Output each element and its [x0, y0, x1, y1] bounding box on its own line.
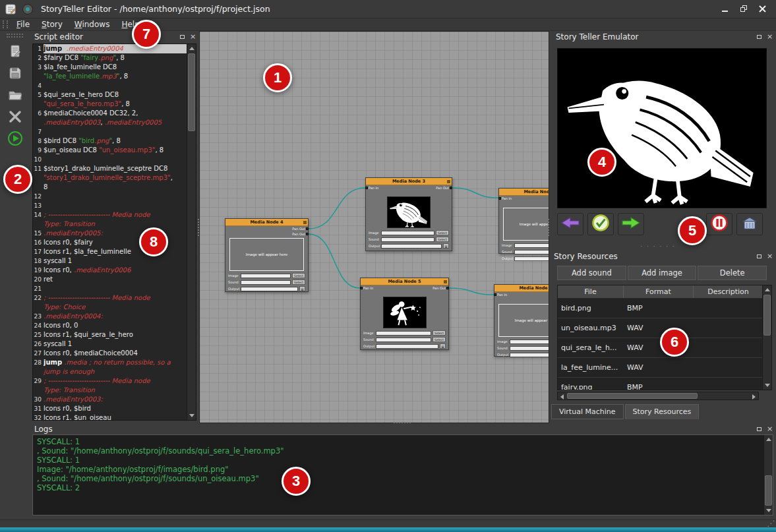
scroll-up-icon[interactable]	[187, 44, 196, 53]
node-title[interactable]: Media Node 2	[499, 189, 549, 196]
scroll-up-icon[interactable]	[764, 435, 773, 444]
media-node[interactable]: Media Node 2Pan InImage will appear here…	[498, 188, 549, 254]
output-port[interactable]: Pan Out	[436, 186, 449, 191]
delete-button[interactable]: Delete	[698, 266, 767, 280]
save-button[interactable]	[5, 65, 26, 84]
table-row[interactable]: bird.pngBMP	[558, 299, 763, 318]
node-output-input[interactable]	[510, 353, 549, 357]
splitter-handle[interactable]: · · · · · ·	[549, 243, 767, 250]
minimize-button[interactable]	[718, 3, 732, 15]
node-title[interactable]: Media Node 3	[366, 178, 452, 185]
table-row[interactable]: la_fee_lumine...WAV	[558, 358, 763, 378]
resize-grip[interactable]: ⋰	[767, 519, 775, 528]
select-button[interactable]: Select	[433, 337, 446, 342]
scroll-right-icon[interactable]	[750, 392, 758, 401]
home-button[interactable]	[736, 213, 763, 235]
open-button[interactable]	[5, 86, 26, 106]
scroll-down-icon[interactable]	[763, 381, 771, 390]
node-sound-input[interactable]	[376, 338, 431, 342]
tab-story-resources[interactable]: Story Resources	[625, 404, 700, 419]
scroll-left-icon[interactable]	[558, 392, 566, 401]
table-hscrollbar[interactable]	[557, 392, 759, 400]
column-header-file[interactable]: File	[558, 285, 624, 298]
scroll-up-icon[interactable]	[763, 285, 771, 294]
scrollbar-thumb[interactable]	[188, 53, 195, 131]
node-graph-canvas[interactable]: Media Node 4Pan OutPan OutImage will app…	[199, 31, 549, 423]
node-output-input[interactable]	[514, 256, 549, 261]
menu-windows[interactable]: Windows	[69, 19, 116, 30]
pause-button[interactable]	[706, 213, 732, 235]
logs-scrollbar[interactable]	[763, 435, 773, 515]
close-icon[interactable]: ×	[766, 33, 773, 40]
select-button[interactable]: Select	[436, 230, 449, 235]
node-sound-input[interactable]	[381, 237, 434, 242]
splitter-handle[interactable]	[198, 219, 200, 236]
select-button[interactable]: Select	[292, 280, 305, 285]
node-collapse-icon[interactable]	[447, 180, 450, 183]
node-title[interactable]: Media Node 6	[494, 285, 549, 292]
node-sound-input[interactable]	[241, 280, 291, 285]
close-icon[interactable]: ×	[189, 33, 196, 40]
media-node[interactable]: Media Node 6Pan InImage will appear here…	[494, 284, 549, 357]
output-port[interactable]: Pan Out	[433, 286, 446, 291]
media-node[interactable]: Media Node 4Pan OutPan OutImage will app…	[225, 218, 309, 292]
new-script-button[interactable]	[5, 43, 26, 63]
code-editor[interactable]: 1jump .mediaEntry00042$fairy DC8 "fairy.…	[32, 44, 196, 421]
table-row[interactable]: fairy.pngBMP	[558, 378, 763, 390]
node-collapse-icon[interactable]	[303, 221, 307, 224]
list-icon[interactable]: ≡	[440, 343, 446, 349]
back-button[interactable]	[557, 213, 583, 235]
float-icon[interactable]	[756, 252, 763, 260]
menu-story[interactable]: Story	[36, 19, 69, 30]
script-scrollbar[interactable]	[187, 44, 196, 420]
node-sound-input[interactable]	[510, 346, 549, 351]
menu-file[interactable]: File	[11, 19, 36, 30]
float-icon[interactable]	[756, 425, 763, 432]
node-image-input[interactable]	[514, 243, 549, 248]
list-icon[interactable]: ≡	[299, 286, 305, 291]
output-port[interactable]: Pan Out	[292, 227, 305, 231]
input-port[interactable]: Pan In	[363, 286, 373, 291]
close-icon[interactable]: ×	[766, 252, 773, 260]
node-output-input[interactable]	[376, 344, 438, 349]
scroll-down-icon[interactable]	[187, 411, 196, 420]
toolbar-handle[interactable]	[7, 34, 23, 38]
input-port[interactable]: Pan In	[502, 196, 512, 201]
table-scrollbar[interactable]	[762, 285, 771, 390]
input-port[interactable]: Pan In	[369, 186, 378, 191]
maximize-button[interactable]	[736, 3, 751, 15]
node-image-input[interactable]	[510, 340, 549, 344]
close-button[interactable]	[755, 3, 769, 15]
float-icon[interactable]	[756, 33, 763, 40]
node-output-input[interactable]	[381, 244, 442, 249]
scrollbar-thumb[interactable]	[765, 475, 772, 506]
ok-button[interactable]	[587, 213, 614, 235]
node-image-input[interactable]	[241, 274, 291, 278]
node-title[interactable]: Media Node 5	[361, 278, 448, 285]
scroll-down-icon[interactable]	[764, 506, 773, 515]
output-port[interactable]: Pan Out	[292, 232, 305, 237]
node-collapse-icon[interactable]	[444, 280, 447, 283]
column-header-format[interactable]: Format	[624, 285, 694, 298]
scrollbar-thumb[interactable]	[567, 393, 698, 399]
add-image-button[interactable]: Add image	[628, 266, 697, 280]
float-icon[interactable]	[179, 33, 186, 40]
select-button[interactable]: Select	[292, 273, 305, 278]
tab-virtual-machine[interactable]: Virtual Machine	[551, 404, 624, 419]
node-sound-input[interactable]	[514, 250, 549, 254]
node-output-input[interactable]	[241, 287, 298, 291]
select-button[interactable]: Select	[436, 237, 449, 242]
logs-output[interactable]: SYSCALL: 1, Sound: "/home/anthony/ostpro…	[32, 434, 773, 516]
add-sound-button[interactable]: Add sound	[557, 266, 626, 280]
column-header-description[interactable]: Description	[694, 285, 763, 298]
select-button[interactable]: Select	[433, 330, 446, 336]
titlebar[interactable]: StoryTeller Editor - /home/anthony/ostpr…	[0, 0, 776, 18]
node-image-input[interactable]	[381, 231, 434, 235]
menubar-handle[interactable]	[3, 20, 8, 28]
next-button[interactable]	[618, 213, 644, 235]
node-title[interactable]: Media Node 4	[225, 219, 308, 226]
media-node[interactable]: Media Node 5Pan InPan OutImageSelectSoun…	[360, 278, 449, 350]
input-port[interactable]: Pan In	[497, 293, 507, 297]
close-project-button[interactable]	[5, 108, 26, 128]
media-node[interactable]: Media Node 3Pan InPan OutImageSelectSoun…	[365, 177, 452, 251]
